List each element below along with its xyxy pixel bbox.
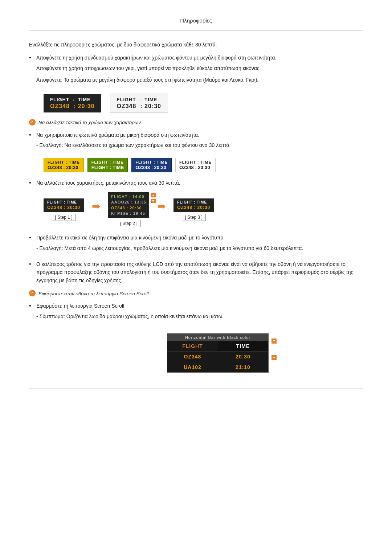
flight-light-header: FLIGHT : TIME xyxy=(117,97,162,102)
bullet-6-content: Εφαρμόστε τη λειτουργία Screen Scroll - … xyxy=(36,302,363,324)
bullet-1-text: Αποφύγετε τη χρήση συνδυασμού χαρακτήρων… xyxy=(36,54,363,62)
bullet-6: • Εφαρμόστε τη λειτουργία Screen Scroll … xyxy=(29,302,363,324)
flight-box-dark: FLIGHT : TIME OZ348 : 20:30 xyxy=(44,94,101,112)
scroll-cell-ua102: UA102 xyxy=(167,362,218,372)
note-2-text: Εφαρμόστε στην οθόνη τη λειτουργία Scree… xyxy=(38,291,148,296)
step-1-box: FLIGHT : TIME OZ348 : 20:30 [ Step 1 ] xyxy=(44,198,84,221)
bullet-dot-6: • xyxy=(29,303,36,309)
step-2-row2: AAOO26 : 13:35 xyxy=(111,200,146,205)
bullet-dot-2: • xyxy=(29,132,36,138)
scroll-cell-2030: 20:30 xyxy=(218,352,268,362)
italic-note-2: Εφαρμόστε στην οθόνη τη λειτουργία Scree… xyxy=(29,290,363,297)
flight-dark-data: OZ348 : 20:30 xyxy=(50,103,95,110)
scroll-demo-box: Horizontal Bar with Black color FLIGHT T… xyxy=(167,333,269,373)
scroll-demo-header: Horizontal Bar with Black color xyxy=(167,334,268,341)
bullet-dot-3: • xyxy=(29,180,36,186)
step-1-flight-box: FLIGHT : TIME OZ348 : 20:30 xyxy=(44,198,84,212)
bullet-5-text: Ο καλύτερος τρόπος για την προστασία της… xyxy=(36,260,363,284)
flight-green-data: FLIGHT : TIME xyxy=(91,165,124,170)
step-1-data: OZ348 : 20:30 xyxy=(47,205,80,210)
scroll-row-1: FLIGHT TIME xyxy=(167,341,268,352)
flight-light-data: OZ348 : 20:30 xyxy=(117,103,162,110)
intro-text: Εναλλάξτε τις πληροφορίες χρώματος, με δ… xyxy=(29,41,363,49)
scroll-cell-flight-label: FLIGHT xyxy=(167,341,218,351)
scroll-cell-time-label: TIME xyxy=(218,341,268,351)
flight-white-header: FLIGHT : TIME xyxy=(179,160,212,164)
step-3-header: FLIGHT : TIME xyxy=(177,200,210,204)
scroll-arrow-1: ▼ xyxy=(271,338,277,344)
bullet-4: • Προβάλλετε τακτικά σε όλη την επιφάνει… xyxy=(29,234,363,256)
bullet-3-text: Να αλλάζετε τους χαρακτήρες, μετακινώντα… xyxy=(36,179,363,187)
scroll-row-3: UA102 21:10 xyxy=(167,362,268,372)
flight-yellow-data: OZ348 : 20:30 xyxy=(48,165,80,170)
scroll-down-icon-2: ▼ xyxy=(273,356,276,360)
step-3-box: FLIGHT : TIME OZ348 : 20:30 [ Step 3 ] xyxy=(173,198,214,221)
flight-dark-header: FLIGHT : TIME xyxy=(50,97,95,102)
flight-box-green: FLIGHT : TIME FLIGHT : TIME xyxy=(87,158,128,172)
bullet-2-text: Να χρησιμοποιείτε φωτεινά χρώματα με μικ… xyxy=(36,131,363,139)
bullet-4-text: Προβάλλετε τακτικά σε όλη την επιφάνεια … xyxy=(36,234,363,242)
bullet-2: • Να χρησιμοποιείτε φωτεινά χρώματα με μ… xyxy=(29,131,363,153)
bullet-4-sub: - Εναλλαγή: Μετά από 4 ώρες λειτουργίας,… xyxy=(36,244,363,252)
bullet-4-content: Προβάλλετε τακτικά σε όλη την επιφάνεια … xyxy=(36,234,363,256)
scroll-demo-container: Horizontal Bar with Black color FLIGHT T… xyxy=(29,328,363,378)
scroll-cell-oz348: OZ348 xyxy=(167,352,218,362)
flight-blue-header: FLIGHT : TIME xyxy=(135,160,168,164)
transition-arrows: ▲ ▼ xyxy=(151,193,156,203)
step-2-row1: FLIGHT : 14:00 xyxy=(111,194,146,200)
bullet-2-sub: - Εναλλαγή: Να εναλλάσσετε το χρώμα των … xyxy=(36,141,363,149)
bullet-5-content: Ο καλύτερος τρόπος για την προστασία της… xyxy=(36,260,363,284)
page-divider xyxy=(29,389,363,389)
step-2-row3: OZ348 : 20:30 xyxy=(111,205,146,211)
step-2-label: [ Step 2 ] xyxy=(117,220,141,227)
page-title: Πληροφορίες xyxy=(29,11,363,30)
flight-blue-data: OZ348 : 20:30 xyxy=(135,165,168,170)
italic-note-1: Να αλλάζετε τακτικά το χρώμα των χαρακτή… xyxy=(29,119,363,126)
bullet-dot-5: • xyxy=(29,261,36,267)
note-1-text: Να αλλάζετε τακτικά το χρώμα των χαρακτή… xyxy=(38,120,141,125)
scroll-row-2: OZ348 20:30 xyxy=(167,352,268,362)
bullet-2-content: Να χρησιμοποιείτε φωτεινά χρώματα με μικ… xyxy=(36,131,363,153)
arrow-up-icon: ▲ xyxy=(152,193,155,197)
bullet-1-sub2: Αποφύγετε: Τα χρώματα με μεγάλη διαφορά … xyxy=(36,76,363,84)
arrow-down-indicator: ▼ xyxy=(151,199,156,203)
step-3-label: [ Step 3 ] xyxy=(182,214,206,221)
flight-demo-row-1: FLIGHT : TIME OZ348 : 20:30 FLIGHT : TIM… xyxy=(44,94,363,113)
bullet-dot-1: • xyxy=(29,54,36,61)
step-2-box: FLIGHT : 14:00 AAOO26 : 13:35 OZ348 : 20… xyxy=(108,192,149,227)
bullet-6-text: Εφαρμόστε τη λειτουργία Screen Scroll xyxy=(36,302,363,310)
flight-box-blue: FLIGHT : TIME OZ348 : 20:30 xyxy=(131,158,172,172)
scroll-arrows: ▼ ▼ xyxy=(271,338,277,360)
step-demo-row: FLIGHT : TIME OZ348 : 20:30 [ Step 1 ] ➡… xyxy=(44,192,363,227)
bullet-1-sub1: Αποφύγετε τη χρήση αποχρώσεων του γκρι, … xyxy=(36,64,363,72)
flight-white-data: OZ348 : 20:30 xyxy=(179,165,212,170)
flight-box-yellow: FLIGHT : TIME OZ348 : 20:30 xyxy=(44,158,84,172)
arrow-1: ➡ xyxy=(92,200,100,212)
step-2-row4: KI MISE : 19:45 xyxy=(111,211,146,216)
orange-icon-1 xyxy=(29,119,36,126)
scroll-down-icon-1: ▼ xyxy=(273,339,276,343)
step-3-flight-box: FLIGHT : TIME OZ348 : 20:30 xyxy=(173,198,214,212)
step-2-transition: FLIGHT : 14:00 AAOO26 : 13:35 OZ348 : 20… xyxy=(108,192,149,218)
bullet-1-content: Αποφύγετε τη χρήση συνδυασμού χαρακτήρων… xyxy=(36,54,363,87)
color-demo-row: FLIGHT : TIME OZ348 : 20:30 FLIGHT : TIM… xyxy=(44,158,363,172)
arrow-down-icon: ▼ xyxy=(152,199,155,203)
bullet-5: • Ο καλύτερος τρόπος για την προστασία τ… xyxy=(29,260,363,284)
step-1-header: FLIGHT : TIME xyxy=(47,200,80,204)
flight-green-header: FLIGHT : TIME xyxy=(91,160,124,164)
scroll-cell-2110: 21:10 xyxy=(218,362,268,372)
bullet-1: • Αποφύγετε τη χρήση συνδυασμού χαρακτήρ… xyxy=(29,54,363,87)
orange-icon-2 xyxy=(29,290,36,296)
flight-box-light: FLIGHT : TIME OZ348 : 20:30 xyxy=(110,94,168,113)
scroll-demo-wrapper: Horizontal Bar with Black color FLIGHT T… xyxy=(123,328,269,378)
scroll-arrow-2: ▼ xyxy=(271,355,277,360)
step-3-data: OZ348 : 20:30 xyxy=(177,205,210,210)
bullet-6-sub: - Σύμπτωμα: Οριζόντια λωρίδα μαύρου χρώμ… xyxy=(36,312,363,320)
step-2-wrapper: FLIGHT : 14:00 AAOO26 : 13:35 OZ348 : 20… xyxy=(108,192,149,218)
flight-box-white: FLIGHT : TIME OZ348 : 20:30 xyxy=(175,158,216,172)
flight-yellow-header: FLIGHT : TIME xyxy=(48,160,80,164)
bullet-3-content: Να αλλάζετε τους χαρακτήρες, μετακινώντα… xyxy=(36,179,363,187)
arrow-up-indicator: ▲ xyxy=(151,193,156,197)
step-1-label: [ Step 1 ] xyxy=(52,214,76,221)
bullet-3: • Να αλλάζετε τους χαρακτήρες, μετακινών… xyxy=(29,179,363,187)
